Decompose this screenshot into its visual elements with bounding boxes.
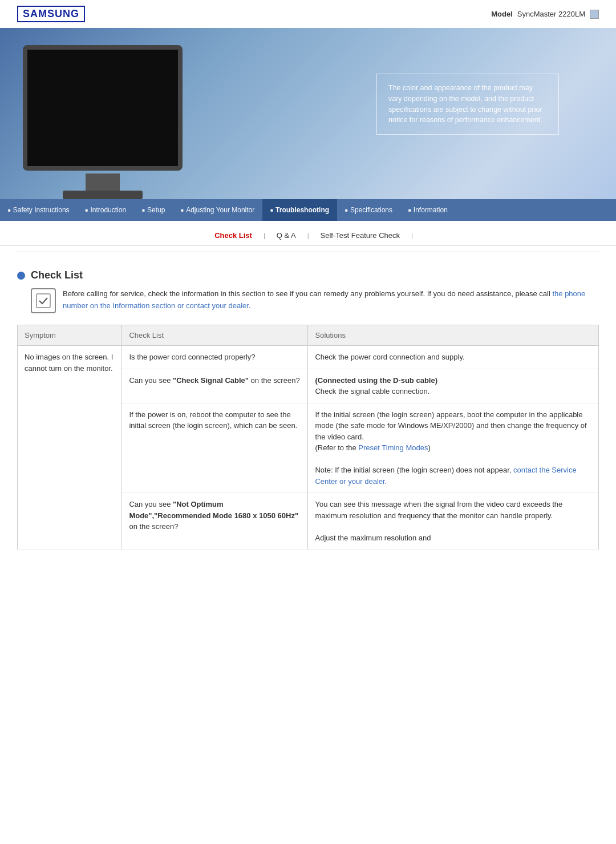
nav-bullet: ■ [142, 208, 145, 213]
tab-separator-3: | [411, 232, 413, 239]
tab-check-list[interactable]: Check List [203, 231, 264, 240]
col-header-checklist: Check List [122, 325, 308, 346]
nav-label: Introduction [90, 206, 126, 214]
nav-label: Setup [147, 206, 165, 214]
nav-specifications[interactable]: ■ Specifications [337, 199, 400, 221]
service-center-link[interactable]: contact the Service Center or your deale… [315, 466, 576, 486]
hero-text-box: The color and appearance of the product … [376, 74, 559, 135]
nav-label: Specifications [350, 206, 392, 214]
nav-bar: ■ Safety Instructions ■ Introduction ■ S… [0, 199, 616, 221]
hero-description: The color and appearance of the product … [388, 84, 542, 124]
checklist-intro: Before calling for service, check the in… [17, 288, 599, 313]
checklist-section: Check List Before calling for service, c… [0, 258, 616, 561]
table-row: No images on the screen. I cannot turn o… [18, 346, 599, 369]
check-table: Symptom Check List Solutions No images o… [17, 325, 599, 550]
nav-setup[interactable]: ■ Setup [134, 199, 173, 221]
model-label: Model [491, 10, 513, 18]
symptom-cell-1: No images on the screen. I cannot turn o… [18, 346, 122, 550]
nav-label: Troubleshooting [275, 206, 329, 214]
intro-text: Before calling for service, check the in… [63, 288, 599, 313]
nav-bullet: ■ [181, 208, 184, 213]
nav-introduction[interactable]: ■ Introduction [78, 199, 135, 221]
solutions-cell-1: Check the power cord connection and supp… [308, 346, 599, 369]
nav-bullet: ■ [270, 208, 273, 213]
nav-adjusting[interactable]: ■ Adjusting Your Monitor [173, 199, 262, 221]
page-header: SAMSUNG Model SyncMaster 2220LM [0, 0, 616, 28]
preset-timing-link[interactable]: Preset Timing Modes [358, 443, 428, 452]
checklist-cell-2: Can you see "Check Signal Cable" on the … [122, 369, 308, 403]
nav-bullet: ■ [8, 208, 11, 213]
checklist-cell-4: Can you see "Not Optimum Mode","Recommen… [122, 493, 308, 550]
nav-troubleshooting[interactable]: ■ Troubleshooting [262, 199, 337, 221]
samsung-logo: SAMSUNG [17, 6, 85, 22]
svg-rect-0 [37, 294, 50, 308]
checklist-icon [31, 288, 56, 313]
checklist-heading: Check List [31, 269, 83, 281]
checklist-title-row: Check List [17, 269, 599, 281]
tab-self-test[interactable]: Self-Test Feature Check [309, 231, 411, 240]
model-box [590, 10, 599, 19]
nav-label: Information [414, 206, 448, 214]
model-info: Model SyncMaster 2220LM [491, 10, 599, 19]
tab-qa[interactable]: Q & A [265, 231, 307, 240]
nav-bullet: ■ [345, 208, 348, 213]
solutions-cell-3: If the initial screen (the login screen)… [308, 403, 599, 493]
nav-bullet: ■ [408, 208, 411, 213]
hero-banner: The color and appearance of the product … [0, 28, 616, 199]
blue-dot-icon [17, 272, 25, 280]
col-header-symptom: Symptom [18, 325, 122, 346]
model-value: SyncMaster 2220LM [517, 10, 585, 18]
solutions-cell-2: (Connected using the D-sub cable) Check … [308, 369, 599, 403]
checklist-cell-1: Is the power cord connected properly? [122, 346, 308, 369]
nav-label: Safety Instructions [13, 206, 70, 214]
monitor-illustration [11, 39, 194, 199]
nav-information[interactable]: ■ Information [400, 199, 456, 221]
col-header-solutions: Solutions [308, 325, 599, 346]
checklist-cell-3: If the power is on, reboot the computer … [122, 403, 308, 493]
section-divider [17, 252, 599, 252]
solutions-cell-4: You can see this message when the signal… [308, 493, 599, 550]
nav-label: Adjusting Your Monitor [186, 206, 254, 214]
sub-tab-bar: Check List | Q & A | Self-Test Feature C… [0, 221, 616, 246]
nav-bullet: ■ [86, 208, 88, 213]
nav-safety-instructions[interactable]: ■ Safety Instructions [0, 199, 78, 221]
